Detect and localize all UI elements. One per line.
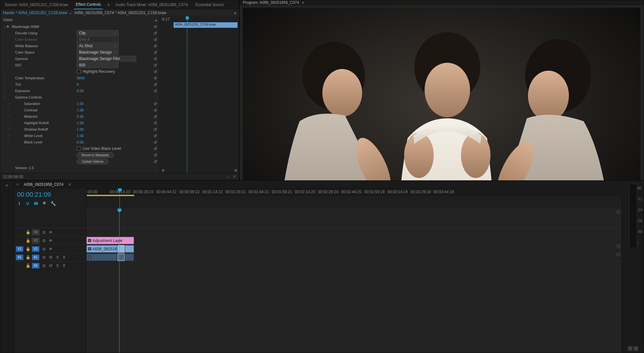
lock-icon[interactable]: 🔓 bbox=[26, 263, 30, 268]
ec-mini-timeline[interactable]: :6:17 A054_08251201_C159.braw bbox=[160, 16, 239, 173]
value-white-level[interactable]: 1.00 bbox=[77, 134, 96, 138]
lock-icon[interactable]: 🔓 bbox=[26, 238, 30, 243]
scroll-handle-icon[interactable] bbox=[162, 169, 164, 172]
track-target-v1[interactable]: V1 bbox=[32, 246, 40, 252]
timeline-timecode[interactable]: 00:00:21:09 bbox=[17, 191, 83, 198]
reset-icon[interactable]: ↺ bbox=[154, 63, 157, 68]
reset-icon[interactable]: ↺ bbox=[154, 44, 157, 48]
marker-tool-icon[interactable] bbox=[42, 201, 47, 206]
clip-video-1[interactable]: fxA056_08251956 bbox=[86, 245, 117, 253]
select-iso[interactable]: 800⌄ bbox=[77, 62, 119, 68]
mute-button[interactable]: M bbox=[49, 263, 53, 268]
zoom-out-icon[interactable]: ▱ bbox=[227, 175, 230, 179]
timeline-playhead-line[interactable] bbox=[119, 209, 119, 353]
sync-lock-icon[interactable]: ⊟ bbox=[42, 247, 46, 251]
track-header-a1[interactable]: A1 🔓 A1 ⊟ M S 🎙 bbox=[14, 253, 86, 261]
ec-master-clip[interactable]: Master * A054_08251201_C159.braw bbox=[3, 11, 67, 15]
disclosure-icon[interactable]: › bbox=[7, 141, 11, 144]
select-white-balance[interactable]: As Shot⌄ bbox=[77, 43, 119, 49]
fx-badge-icon[interactable]: fx bbox=[7, 25, 11, 28]
voiceover-icon[interactable]: 🎙 bbox=[62, 263, 66, 268]
reset-icon[interactable]: ↺ bbox=[154, 31, 157, 36]
tab-audio-mixer[interactable]: Audio Track Mixer: A056_08251956_C074 bbox=[113, 1, 190, 9]
reset-icon[interactable]: ↺ bbox=[154, 89, 157, 93]
clip-audio-1[interactable]: fx bbox=[86, 254, 117, 261]
nest-icon[interactable] bbox=[17, 201, 22, 206]
revert-metadata-button[interactable]: Revert to Metadata bbox=[77, 152, 114, 158]
panel-menu-icon[interactable]: ≡ bbox=[107, 3, 110, 7]
linked-selection-icon[interactable] bbox=[34, 201, 38, 206]
solo-button[interactable]: S bbox=[55, 255, 60, 260]
settings-wrench-icon[interactable]: 🔧 bbox=[50, 201, 56, 206]
reset-icon[interactable]: ↺ bbox=[154, 140, 157, 145]
tab-effect-controls[interactable]: Effect Controls bbox=[74, 0, 103, 9]
clip-adjustment-layer[interactable]: fxAdjustment Layer bbox=[86, 237, 134, 244]
value-color-temp[interactable]: 5850 bbox=[77, 76, 96, 80]
disclosure-icon[interactable]: ⌄ bbox=[3, 25, 7, 28]
mute-button[interactable]: M bbox=[49, 255, 53, 260]
reset-icon[interactable]: ↺ bbox=[154, 121, 157, 125]
sync-lock-icon[interactable]: ⊟ bbox=[42, 263, 46, 268]
close-tab-icon[interactable]: × bbox=[16, 182, 19, 187]
lock-icon[interactable]: 🔓 bbox=[26, 247, 30, 251]
disclosure-icon[interactable]: › bbox=[7, 102, 11, 105]
reset-icon[interactable]: ↺ bbox=[154, 56, 157, 61]
clip-audio-3[interactable] bbox=[125, 254, 134, 261]
disclosure-icon[interactable]: › bbox=[7, 108, 11, 112]
tab-source[interactable]: Source: A054_08251201_C159.braw bbox=[3, 1, 70, 9]
reset-icon[interactable]: ↺ bbox=[154, 37, 157, 42]
ec-mini-clip[interactable]: A054_08251201_C159.braw bbox=[173, 22, 238, 28]
checkbox-highlight-recovery[interactable] bbox=[77, 70, 81, 73]
select-gamma[interactable]: Blackmagic Design Film⌄ bbox=[77, 56, 136, 62]
reset-icon[interactable]: ↺ bbox=[154, 82, 157, 87]
solo-button[interactable]: S bbox=[55, 263, 60, 268]
reset-icon[interactable]: ↺ bbox=[154, 146, 157, 151]
checkbox-video-black-level[interactable] bbox=[77, 147, 81, 151]
scroll-handle-icon[interactable] bbox=[616, 210, 621, 214]
disclosure-icon[interactable]: › bbox=[3, 89, 7, 92]
disclosure-icon[interactable]: › bbox=[7, 128, 11, 131]
disclosure-icon[interactable]: › bbox=[7, 121, 11, 125]
disclosure-icon[interactable]: ⌄ bbox=[3, 96, 7, 99]
disclosure-icon[interactable]: › bbox=[3, 83, 7, 86]
export-icon[interactable]: ⇱ bbox=[233, 175, 236, 179]
select-color-space[interactable]: Blackmagic Design⌄ bbox=[77, 49, 119, 55]
reset-icon[interactable]: ↺ bbox=[154, 108, 157, 113]
reset-icon[interactable]: ↺ bbox=[154, 24, 157, 29]
snap-icon[interactable] bbox=[25, 201, 30, 206]
sync-lock-icon[interactable]: ⊟ bbox=[42, 255, 46, 260]
meter-solo-button[interactable]: S bbox=[634, 346, 638, 351]
timeline-tracks[interactable]: fxAdjustment Layer fxA056_08251956 fx bbox=[86, 209, 622, 353]
sync-lock-icon[interactable]: ⊟ bbox=[42, 230, 46, 235]
clip-audio-2[interactable] bbox=[118, 254, 125, 261]
value-exposure[interactable]: 0.00 bbox=[77, 89, 96, 93]
update-sidecar-button[interactable]: Update Sidecar bbox=[77, 159, 109, 164]
lock-icon[interactable]: 🔓 bbox=[26, 255, 30, 260]
disclosure-icon[interactable]: › bbox=[3, 76, 7, 80]
clip-video-2[interactable] bbox=[118, 245, 125, 253]
reset-icon[interactable]: ↺ bbox=[154, 50, 157, 55]
panel-menu-icon[interactable]: ≡ bbox=[302, 0, 304, 5]
timeline-playhead[interactable] bbox=[119, 188, 120, 209]
value-midpoint[interactable]: 0.38 bbox=[77, 115, 96, 118]
sequence-tab[interactable]: A056_08251956_C074 bbox=[22, 181, 65, 188]
eye-icon[interactable]: 👁 bbox=[49, 238, 53, 243]
track-target-a2[interactable]: A2 bbox=[32, 263, 40, 269]
timeline-ruler[interactable]: :00:0000:00:14:2300:00:29:2300:00:44:220… bbox=[87, 188, 622, 196]
clip-video-3[interactable] bbox=[125, 245, 134, 253]
sync-lock-icon[interactable]: ⊟ bbox=[42, 238, 46, 243]
source-patch-v1[interactable]: V1 bbox=[16, 246, 23, 252]
track-header-v2[interactable]: 🔓 V2 ⊟ 👁 bbox=[14, 236, 86, 245]
select-decode-using[interactable]: Clip⌄ bbox=[77, 30, 119, 36]
track-target-a1[interactable]: A1 bbox=[32, 254, 40, 260]
voiceover-icon[interactable]: 🎙 bbox=[62, 255, 66, 260]
reset-icon[interactable]: ↺ bbox=[154, 69, 157, 74]
reset-icon[interactable]: ↺ bbox=[154, 114, 157, 119]
reset-icon[interactable]: ↺ bbox=[154, 159, 157, 164]
lock-icon[interactable]: 🔓 bbox=[26, 230, 30, 235]
panel-menu-icon[interactable]: ≡ bbox=[68, 182, 71, 187]
reset-icon[interactable]: ↺ bbox=[154, 101, 157, 106]
disclosure-icon[interactable]: › bbox=[7, 115, 11, 118]
value-contrast[interactable]: 1.00 bbox=[77, 108, 96, 112]
track-header-v3[interactable]: 🔓 V3 ⊟ 👁 bbox=[14, 228, 86, 236]
